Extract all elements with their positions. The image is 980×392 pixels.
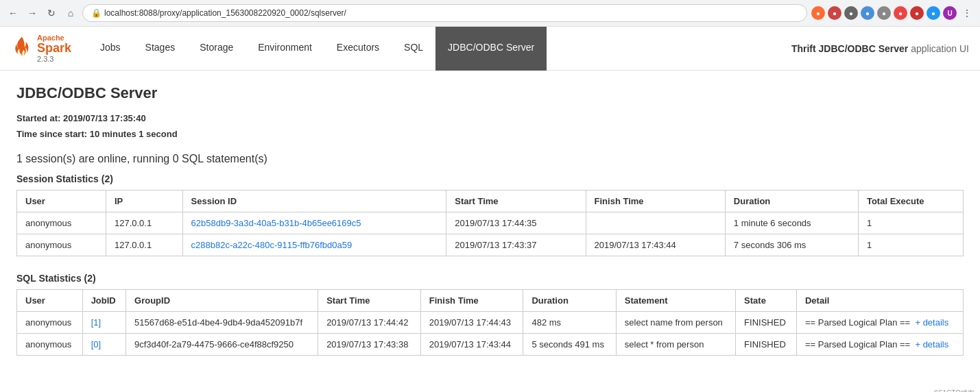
spark-logo: Apache Spark 2.3.3 [11,34,71,64]
browser-extensions: ● ● ● ● ● ● ● ● U ⋮ [811,5,975,21]
user-avatar[interactable]: U [943,6,957,20]
url-bar[interactable]: 🔒 localhost:8088/proxy/application_15630… [82,4,807,22]
ext-2[interactable]: ● [828,6,841,20]
job-id-link[interactable]: [0] [91,339,101,350]
cell-start-time: 2019/07/13 17:43:38 [318,334,421,356]
cell-ip: 127.0.0.1 [106,212,182,234]
session-id-link[interactable]: c288b82c-a22c-480c-9115-ffb76fbd0a59 [191,240,352,250]
time-since-value: 10 minutes 1 second [90,129,178,139]
app-subtitle: application UI [911,43,969,54]
sql-col-start-time: Start Time [318,290,421,312]
menu-button[interactable]: ⋮ [959,5,975,21]
app-title: Thrift JDBC/ODBC Server application UI [791,43,969,54]
cell-duration: 7 seconds 306 ms [725,234,858,256]
session-id-link[interactable]: 62b58db9-3a3d-40a5-b31b-4b65ee6169c5 [191,218,361,228]
cell-user: anonymous [17,234,106,256]
col-session-id: Session ID [182,191,446,212]
nav-executors[interactable]: Executors [324,27,392,71]
page-content: JDBC/ODBC Server Started at: 2019/07/13 … [0,71,980,386]
spark-flame-icon [11,36,33,60]
reload-button[interactable]: ↻ [44,5,59,21]
ext-3[interactable]: ● [844,6,858,20]
time-since: Time since start: 10 minutes 1 second [16,129,964,139]
url-text: localhost:8088/proxy/application_1563008… [104,8,798,18]
nav-jdbc-odbc[interactable]: JDBC/ODBC Server [435,27,547,71]
col-ip: IP [106,191,182,212]
cell-start-time: 2019/07/13 17:44:35 [446,212,586,234]
cell-duration: 482 ms [523,312,616,334]
app-title-text: Thrift JDBC/ODBC Server [791,43,908,54]
spark-header: Apache Spark 2.3.3 Jobs Stages Storage E… [0,27,980,71]
spark-version: 2.3.3 [37,55,71,63]
table-row: anonymous 127.0.0.1 62b58db9-3a3d-40a5-b… [17,212,964,234]
sql-stats-title: SQL Statistics (2) [16,273,964,284]
cell-state: FINISHED [736,312,797,334]
browser-bar: ← → ↻ ⌂ 🔒 localhost:8088/proxy/applicati… [0,0,980,27]
table-row: anonymous 127.0.0.1 c288b82c-a22c-480c-9… [17,234,964,256]
ext-5[interactable]: ● [877,6,891,20]
sql-col-groupid: GroupID [126,290,318,312]
col-finish-time: Finish Time [586,191,725,212]
cell-finish-time: 2019/07/13 17:44:43 [420,312,523,334]
cell-ip: 127.0.0.1 [106,234,182,256]
nav-storage[interactable]: Storage [187,27,246,71]
cell-start-time: 2019/07/13 17:44:42 [318,312,421,334]
nav-stages[interactable]: Stages [133,27,188,71]
cell-total-execute: 1 [858,234,963,256]
sql-col-duration: Duration [523,290,616,312]
session-stats-title: Session Statistics (2) [16,173,964,184]
started-at: Started at: 2019/07/13 17:35:40 [16,113,964,123]
cell-group-id: 9cf3d40f-2a79-4475-9666-ce4f88cf9250 [126,334,318,356]
table-row: anonymous [0] 9cf3d40f-2a79-4475-9666-ce… [17,334,964,356]
ext-6[interactable]: ● [894,6,907,20]
spark-logo-labels: Apache Spark 2.3.3 [37,34,71,64]
back-button[interactable]: ← [5,5,21,21]
sql-col-detail: Detail [796,290,963,312]
time-since-label: Time since start: [16,129,87,139]
nav-environment[interactable]: Environment [246,27,324,71]
details-link[interactable]: + details [915,339,948,350]
col-total-execute: Total Execute [858,191,963,212]
nav-jobs[interactable]: Jobs [88,27,133,71]
forward-button[interactable]: → [25,5,40,21]
ext-8[interactable]: ● [927,6,940,20]
cell-user: anonymous [17,334,83,356]
spark-navigation: Jobs Stages Storage Environment Executor… [88,27,791,71]
sql-col-jobid: JobID [82,290,126,312]
lock-icon: 🔒 [91,8,101,18]
cell-group-id: 51567d68-e51d-4be4-9db4-9da452091b7f [126,312,318,334]
cell-duration: 1 minute 6 seconds [725,212,858,234]
ext-1[interactable]: ● [811,6,825,20]
started-at-value: 2019/07/13 17:35:40 [63,113,146,123]
started-at-label: Started at: [16,113,60,123]
table-row: anonymous [1] 51567d68-e51d-4be4-9db4-9d… [17,312,964,334]
details-link[interactable]: + details [915,317,948,328]
col-user: User [17,191,106,212]
sql-col-finish-time: Finish Time [420,290,523,312]
cell-finish-time [586,212,725,234]
footer-text: ©51CTO博客 [934,389,975,392]
col-duration: Duration [725,191,858,212]
cell-job-id[interactable]: [1] [82,312,126,334]
sessions-summary: 1 session(s) are online, running 0 SQL s… [16,153,964,165]
cell-finish-time: 2019/07/13 17:43:44 [586,234,725,256]
session-table-header: User IP Session ID Start Time Finish Tim… [17,191,964,212]
page-title: JDBC/ODBC Server [16,84,964,102]
job-id-link[interactable]: [1] [91,317,101,328]
cell-finish-time: 2019/07/13 17:43:44 [420,334,523,356]
cell-user: anonymous [17,312,83,334]
home-button[interactable]: ⌂ [63,5,78,21]
cell-detail: == Parsed Logical Plan == + details [796,312,963,334]
cell-total-execute: 1 [858,212,963,234]
nav-sql[interactable]: SQL [392,27,435,71]
ext-4[interactable]: ● [861,6,874,20]
session-statistics-table: User IP Session ID Start Time Finish Tim… [16,190,964,256]
footer: ©51CTO博客 [0,386,980,392]
cell-job-id[interactable]: [0] [82,334,126,356]
cell-session-id[interactable]: 62b58db9-3a3d-40a5-b31b-4b65ee6169c5 [182,212,446,234]
cell-session-id[interactable]: c288b82c-a22c-480c-9115-ffb76fbd0a59 [182,234,446,256]
sql-col-user: User [17,290,83,312]
sql-col-statement: Statement [616,290,735,312]
sql-col-state: State [736,290,797,312]
ext-7[interactable]: ● [910,6,924,20]
